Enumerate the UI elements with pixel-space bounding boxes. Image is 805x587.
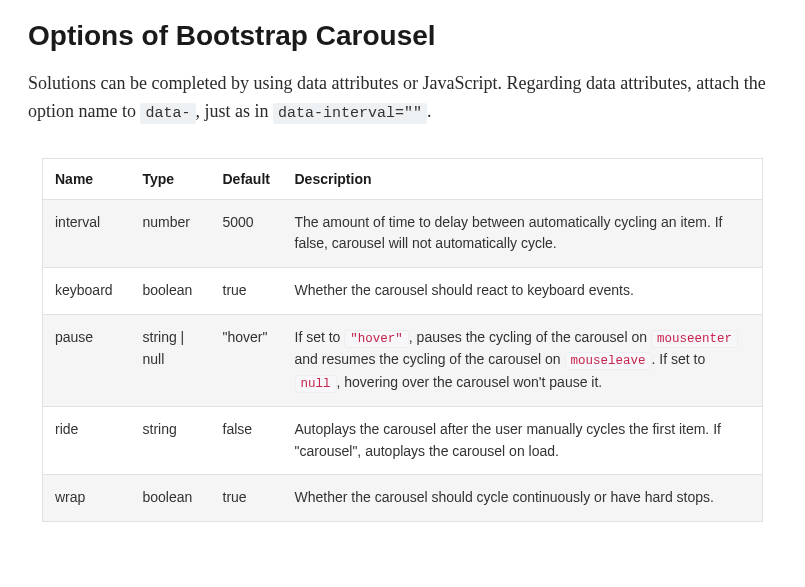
desc-text: , hovering over the carousel won't pause…	[337, 374, 603, 390]
cell-type: number	[131, 199, 211, 267]
cell-default: true	[211, 268, 283, 315]
cell-desc: Whether the carousel should cycle contin…	[283, 475, 763, 522]
desc-code: mouseenter	[651, 330, 738, 348]
page-heading: Options of Bootstrap Carousel	[28, 20, 777, 52]
cell-type: boolean	[131, 268, 211, 315]
intro-text-3: .	[427, 101, 432, 121]
cell-name: interval	[43, 199, 131, 267]
desc-text: and resumes the cycling of the carousel …	[295, 351, 565, 367]
cell-desc: Whether the carousel should react to key…	[283, 268, 763, 315]
cell-name: keyboard	[43, 268, 131, 315]
table-row: ride string false Autoplays the carousel…	[43, 406, 763, 474]
cell-default: false	[211, 406, 283, 474]
cell-type: boolean	[131, 475, 211, 522]
table-row: pause string | null "hover" If set to "h…	[43, 314, 763, 406]
desc-text: If set to	[295, 329, 345, 345]
cell-type: string	[131, 406, 211, 474]
cell-desc: The amount of time to delay between auto…	[283, 199, 763, 267]
desc-text: . If set to	[652, 351, 706, 367]
desc-code: null	[295, 375, 337, 393]
desc-text: , pauses the cycling of the carousel on	[409, 329, 651, 345]
cell-name: ride	[43, 406, 131, 474]
table-row: keyboard boolean true Whether the carous…	[43, 268, 763, 315]
intro-paragraph: Solutions can be completed by using data…	[28, 70, 777, 126]
cell-default: true	[211, 475, 283, 522]
col-default: Default	[211, 158, 283, 199]
col-description: Description	[283, 158, 763, 199]
intro-text-2: , just as in	[196, 101, 274, 121]
cell-name: pause	[43, 314, 131, 406]
col-type: Type	[131, 158, 211, 199]
table-header-row: Name Type Default Description	[43, 158, 763, 199]
cell-desc: Autoplays the carousel after the user ma…	[283, 406, 763, 474]
table-row: wrap boolean true Whether the carousel s…	[43, 475, 763, 522]
desc-code: "hover"	[344, 330, 409, 348]
desc-code: mouseleave	[565, 352, 652, 370]
cell-default: 5000	[211, 199, 283, 267]
col-name: Name	[43, 158, 131, 199]
table-row: interval number 5000 The amount of time …	[43, 199, 763, 267]
cell-name: wrap	[43, 475, 131, 522]
intro-code-1: data-	[140, 103, 195, 124]
cell-type: string | null	[131, 314, 211, 406]
options-table: Name Type Default Description interval n…	[42, 158, 763, 522]
intro-code-2: data-interval=""	[273, 103, 427, 124]
cell-default: "hover"	[211, 314, 283, 406]
cell-desc: If set to "hover", pauses the cycling of…	[283, 314, 763, 406]
